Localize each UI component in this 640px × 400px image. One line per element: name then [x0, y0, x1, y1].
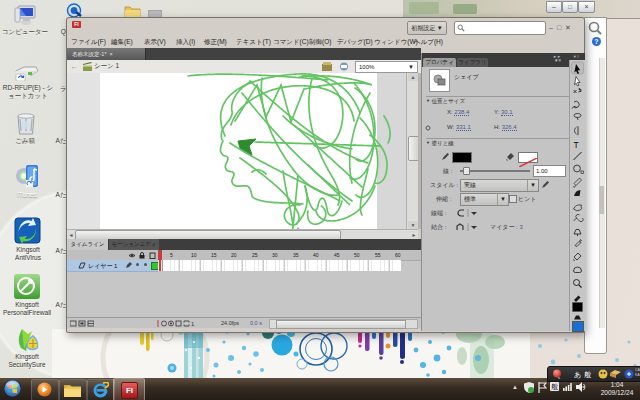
svg-text:T: T — [574, 140, 579, 150]
svg-text:1: 1 — [191, 321, 195, 327]
